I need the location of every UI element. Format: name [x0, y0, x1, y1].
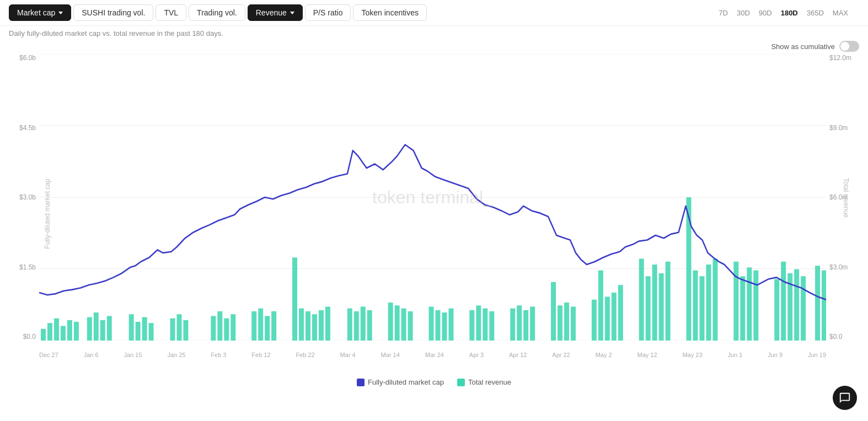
svg-rect-22 [211, 316, 216, 341]
svg-rect-25 [231, 314, 235, 341]
svg-rect-77 [747, 267, 752, 341]
tvl-button[interactable]: TVL [156, 4, 186, 21]
svg-rect-49 [476, 305, 481, 341]
sushi-trading-label: SUSHI trading vol. [82, 8, 145, 17]
svg-rect-43 [408, 311, 413, 341]
chart-area: $6.0b $4.5b $3.0b $1.5b $0.0 $12.0m $9.0… [9, 54, 859, 374]
revenue-button[interactable]: Revenue [248, 4, 303, 21]
chart-svg [39, 54, 826, 341]
svg-rect-79 [774, 279, 779, 341]
svg-rect-14 [107, 316, 112, 341]
legend-box-revenue [457, 379, 465, 386]
svg-rect-44 [429, 306, 434, 341]
revenue-label: Revenue [256, 8, 287, 17]
x-axis: Dec 27 Jan 6 Jan 15 Jan 25 Feb 3 Feb 12 … [39, 352, 826, 358]
market-cap-label: Market cap [17, 8, 55, 17]
svg-rect-28 [265, 316, 270, 341]
svg-rect-11 [87, 317, 92, 341]
time-30d[interactable]: 30D [735, 8, 752, 18]
y-axis-right-label: Total revenue [842, 178, 850, 218]
ps-ratio-button[interactable]: P/S ratio [305, 4, 351, 21]
svg-rect-56 [551, 282, 556, 341]
svg-rect-18 [149, 323, 154, 341]
svg-rect-57 [558, 305, 562, 341]
svg-rect-51 [489, 311, 494, 341]
svg-rect-73 [706, 265, 711, 341]
svg-rect-16 [136, 322, 141, 341]
svg-rect-9 [67, 320, 72, 341]
svg-rect-8 [61, 326, 66, 341]
svg-rect-58 [564, 303, 569, 341]
svg-rect-5 [41, 329, 46, 341]
svg-rect-72 [699, 276, 704, 341]
svg-rect-54 [523, 310, 528, 341]
svg-rect-84 [815, 266, 820, 341]
time-180d[interactable]: 180D [779, 8, 800, 18]
svg-rect-82 [794, 269, 799, 341]
svg-rect-66 [646, 276, 651, 341]
legend-label-revenue: Total revenue [468, 378, 511, 386]
svg-rect-68 [659, 273, 664, 341]
market-cap-button[interactable]: Market cap [9, 4, 71, 21]
svg-rect-80 [781, 262, 786, 341]
time-365d[interactable]: 365D [805, 8, 826, 18]
svg-rect-48 [469, 310, 474, 341]
svg-rect-15 [129, 314, 134, 341]
svg-rect-24 [224, 319, 229, 341]
svg-rect-52 [510, 309, 515, 341]
trading-vol-button[interactable]: Trading vol. [189, 4, 245, 21]
ps-ratio-label: P/S ratio [313, 8, 343, 17]
cumulative-toggle[interactable] [839, 41, 859, 52]
svg-rect-38 [361, 306, 366, 341]
svg-rect-39 [367, 310, 372, 341]
y-axis-left: $6.0b $4.5b $3.0b $1.5b $0.0 [9, 54, 39, 341]
cumulative-label: Show as cumulative [771, 42, 835, 51]
svg-rect-64 [618, 285, 623, 341]
sushi-trading-button[interactable]: SUSHI trading vol. [73, 4, 153, 21]
svg-rect-20 [176, 314, 181, 341]
svg-rect-33 [312, 314, 317, 341]
svg-rect-55 [530, 306, 535, 341]
svg-rect-35 [325, 306, 330, 341]
svg-rect-37 [354, 311, 359, 341]
svg-rect-42 [401, 309, 406, 341]
svg-rect-40 [388, 303, 393, 341]
svg-rect-47 [448, 309, 453, 341]
svg-rect-83 [801, 276, 806, 341]
legend: Fully-diluted market cap Total revenue [0, 374, 868, 388]
toolbar: Market cap SUSHI trading vol. TVL Tradin… [0, 0, 868, 26]
svg-rect-71 [693, 271, 698, 341]
svg-rect-41 [395, 305, 400, 341]
svg-rect-31 [299, 309, 304, 341]
svg-rect-85 [822, 271, 826, 341]
svg-rect-59 [571, 306, 576, 341]
chart-inner: token terminal_ [39, 54, 826, 341]
trading-vol-label: Trading vol. [197, 8, 237, 17]
svg-rect-61 [598, 271, 603, 341]
svg-rect-45 [435, 310, 440, 341]
svg-rect-10 [74, 322, 79, 341]
svg-rect-34 [319, 310, 324, 341]
revenue-chevron-icon [290, 12, 294, 14]
time-7d[interactable]: 7D [716, 8, 730, 18]
svg-rect-12 [94, 312, 99, 341]
svg-rect-78 [753, 271, 758, 341]
svg-rect-27 [258, 309, 263, 341]
token-incentives-label: Token incentives [361, 8, 419, 17]
svg-rect-74 [712, 258, 717, 341]
svg-rect-29 [271, 311, 276, 341]
subtitle: Daily fully-diluted market cap vs. total… [0, 26, 868, 40]
cumulative-row: Show as cumulative [0, 40, 868, 54]
tvl-label: TVL [164, 8, 178, 17]
svg-rect-6 [47, 323, 52, 341]
legend-label-market-cap: Fully-diluted market cap [368, 378, 444, 386]
svg-rect-69 [666, 262, 671, 341]
svg-rect-30 [292, 257, 297, 341]
token-incentives-button[interactable]: Token incentives [353, 4, 427, 21]
time-90d[interactable]: 90D [757, 8, 774, 18]
chat-bubble[interactable] [833, 386, 857, 410]
svg-rect-19 [170, 319, 175, 341]
time-max[interactable]: MAX [831, 8, 850, 18]
subtitle-text: Daily fully-diluted market cap vs. total… [9, 29, 223, 37]
svg-rect-32 [306, 311, 310, 341]
